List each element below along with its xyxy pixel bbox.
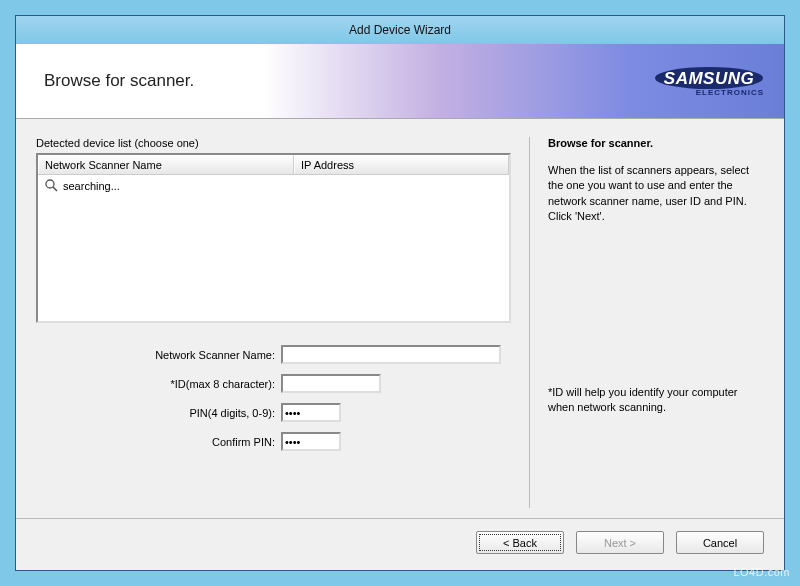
row-pin: PIN(4 digits, 0-9): [36,403,511,422]
banner-heading: Browse for scanner. [44,71,194,91]
list-body[interactable]: searching... [38,175,509,321]
list-caption: Detected device list (choose one) [36,137,511,149]
scanner-name-input[interactable] [281,345,501,364]
searching-text: searching... [63,180,120,192]
cancel-button[interactable]: Cancel [676,531,764,554]
content-area: Detected device list (choose one) Networ… [16,119,784,518]
title-bar[interactable]: Add Device Wizard [16,16,784,44]
left-pane: Detected device list (choose one) Networ… [36,137,511,508]
svg-line-2 [53,187,57,191]
wizard-footer: < Back Next > Cancel [16,518,784,570]
row-scanner-name: Network Scanner Name: [36,345,511,364]
window-title: Add Device Wizard [349,23,451,37]
column-header-name[interactable]: Network Scanner Name [38,155,294,174]
pin-label: PIN(4 digits, 0-9): [36,407,281,419]
searching-row: searching... [42,177,505,194]
right-note: *ID will help you identify your computer… [548,385,764,416]
wizard-window: Add Device Wizard Browse for scanner. SA… [15,15,785,571]
brand-block: SAMSUNG ELECTRONICS [654,66,764,97]
brand-sub: ELECTRONICS [654,89,764,97]
confirm-pin-label: Confirm PIN: [36,436,281,448]
column-header-ip[interactable]: IP Address [294,155,509,174]
magnifier-icon [44,178,59,193]
next-button: Next > [576,531,664,554]
row-id: *ID(max 8 character): [36,374,511,393]
right-pane: Browse for scanner. When the list of sca… [529,137,764,508]
confirm-pin-input[interactable] [281,432,341,451]
row-confirm-pin: Confirm PIN: [36,432,511,451]
svg-point-1 [46,180,54,188]
wizard-banner: Browse for scanner. SAMSUNG ELECTRONICS [16,44,784,119]
scanner-name-label: Network Scanner Name: [36,349,281,361]
id-label: *ID(max 8 character): [36,378,281,390]
device-list[interactable]: Network Scanner Name IP Address searchin… [36,153,511,323]
right-body: When the list of scanners appears, selec… [548,163,764,225]
id-input[interactable] [281,374,381,393]
brand-main: SAMSUNG [654,70,764,87]
form-area: Network Scanner Name: *ID(max 8 characte… [36,345,511,461]
back-button[interactable]: < Back [476,531,564,554]
list-header: Network Scanner Name IP Address [38,155,509,175]
right-title: Browse for scanner. [548,137,764,149]
pin-input[interactable] [281,403,341,422]
